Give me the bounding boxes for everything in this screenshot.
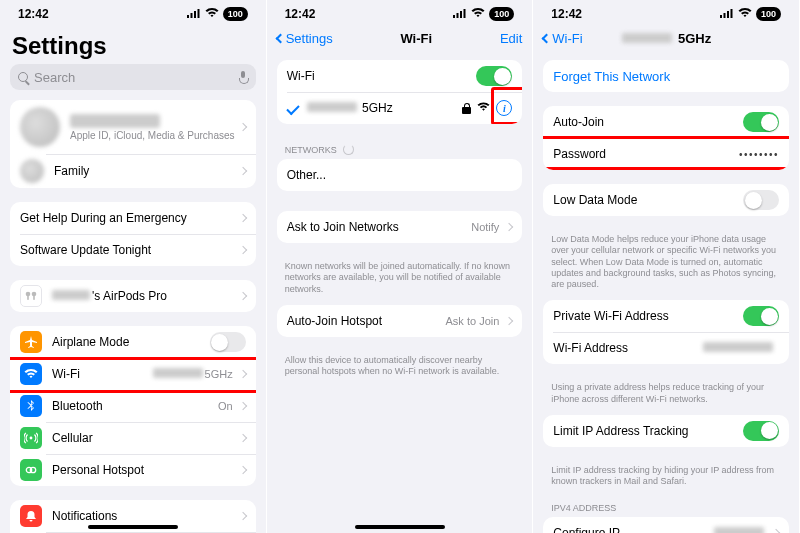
chevron-left-icon bbox=[542, 33, 552, 43]
ipv4-header: IPV4 ADDRESS bbox=[533, 497, 799, 517]
svg-rect-15 bbox=[720, 15, 722, 18]
svg-rect-13 bbox=[460, 11, 462, 18]
wifi-toggle-label: Wi-Fi bbox=[287, 69, 477, 83]
airpods-row[interactable]: 's AirPods Pro bbox=[10, 280, 256, 312]
limit-tracking-label: Limit IP Address Tracking bbox=[553, 424, 743, 438]
family-row[interactable]: Family bbox=[10, 154, 256, 188]
hotspot-icon bbox=[20, 459, 42, 481]
connected-network-row[interactable]: 5GHz i bbox=[277, 92, 523, 124]
wifi-address-label: Wi-Fi Address bbox=[553, 341, 703, 355]
wifi-strength-icon bbox=[477, 101, 490, 115]
cellular-icon bbox=[20, 427, 42, 449]
apple-id-sub: Apple ID, iCloud, Media & Purchases bbox=[70, 130, 237, 141]
emergency-help-row[interactable]: Get Help During an Emergency bbox=[10, 202, 256, 234]
svg-rect-2 bbox=[194, 11, 196, 18]
airplane-toggle[interactable] bbox=[210, 332, 246, 352]
airpods-label: 's AirPods Pro bbox=[52, 289, 237, 303]
checkmark-icon bbox=[286, 101, 299, 114]
configure-ip-row[interactable]: Configure IP bbox=[543, 517, 789, 533]
status-bar: 12:42 100 bbox=[267, 0, 533, 24]
svg-rect-16 bbox=[723, 13, 725, 18]
spinner-icon bbox=[343, 144, 354, 155]
forget-network-row[interactable]: Forget This Network bbox=[543, 60, 789, 92]
software-update-label: Software Update Tonight bbox=[20, 243, 237, 257]
search-input[interactable]: Search bbox=[10, 64, 256, 90]
software-update-row[interactable]: Software Update Tonight bbox=[10, 234, 256, 266]
cellular-signal-icon bbox=[453, 7, 467, 21]
airplane-icon bbox=[20, 331, 42, 353]
wifi-address-row[interactable]: Wi-Fi Address bbox=[543, 332, 789, 364]
svg-rect-5 bbox=[27, 295, 29, 300]
private-address-footer: Using a private address helps reduce tra… bbox=[533, 378, 799, 415]
screen-wifi-detail: 12:42 100 Wi-Fi 5GHz Forget This Network bbox=[533, 0, 800, 533]
bluetooth-row[interactable]: Bluetooth On bbox=[10, 390, 256, 422]
other-network-row[interactable]: Other... bbox=[277, 159, 523, 191]
auto-join-label: Auto-Join bbox=[553, 115, 743, 129]
emergency-help-label: Get Help During an Emergency bbox=[20, 211, 237, 225]
ask-footer: Known networks will be joined automatica… bbox=[267, 257, 533, 305]
battery-icon: 100 bbox=[489, 7, 514, 21]
home-indicator[interactable] bbox=[355, 525, 445, 529]
svg-rect-0 bbox=[187, 15, 189, 18]
edit-button[interactable]: Edit bbox=[500, 31, 522, 46]
other-label: Other... bbox=[287, 168, 513, 182]
bluetooth-label: Bluetooth bbox=[52, 399, 218, 413]
auto-join-hotspot-value: Ask to Join bbox=[446, 315, 500, 327]
limit-tracking-toggle[interactable] bbox=[743, 421, 779, 441]
auto-join-row[interactable]: Auto-Join bbox=[543, 106, 789, 138]
chevron-left-icon bbox=[275, 33, 285, 43]
private-address-row[interactable]: Private Wi-Fi Address bbox=[543, 300, 789, 332]
svg-rect-14 bbox=[464, 9, 466, 18]
airpods-icon bbox=[20, 285, 42, 307]
private-address-label: Private Wi-Fi Address bbox=[553, 309, 743, 323]
low-data-label: Low Data Mode bbox=[553, 193, 743, 207]
hotspot-row[interactable]: Personal Hotspot bbox=[10, 454, 256, 486]
ask-to-join-row[interactable]: Ask to Join Networks Notify bbox=[277, 211, 523, 243]
connected-network-name: 5GHz bbox=[307, 101, 463, 115]
lock-icon bbox=[462, 103, 471, 114]
mic-icon[interactable] bbox=[239, 71, 248, 84]
back-button[interactable]: Wi-Fi bbox=[543, 31, 582, 46]
wifi-toggle-row[interactable]: Wi-Fi bbox=[277, 60, 523, 92]
nav-bar: Wi-Fi 5GHz bbox=[533, 24, 799, 52]
home-indicator[interactable] bbox=[88, 525, 178, 529]
auto-join-hotspot-row[interactable]: Auto-Join Hotspot Ask to Join bbox=[277, 305, 523, 337]
status-bar: 12:42 100 bbox=[533, 0, 799, 24]
chevron-right-icon bbox=[238, 123, 246, 131]
wifi-value: 5GHz bbox=[153, 368, 233, 380]
configure-ip-value bbox=[714, 527, 766, 533]
chevron-right-icon bbox=[772, 529, 780, 533]
cellular-label: Cellular bbox=[52, 431, 237, 445]
svg-rect-17 bbox=[727, 11, 729, 18]
wifi-icon bbox=[20, 363, 42, 385]
wifi-signal-icon bbox=[205, 7, 219, 21]
password-value: •••••••• bbox=[739, 149, 779, 160]
apple-id-row[interactable]: Apple ID, iCloud, Media & Purchases bbox=[10, 100, 256, 154]
wifi-toggle[interactable] bbox=[476, 66, 512, 86]
password-row[interactable]: Password •••••••• bbox=[543, 138, 789, 170]
chevron-right-icon bbox=[238, 214, 246, 222]
airplane-mode-row[interactable]: Airplane Mode bbox=[10, 326, 256, 358]
back-label: Settings bbox=[286, 31, 333, 46]
chevron-right-icon bbox=[505, 317, 513, 325]
bluetooth-icon bbox=[20, 395, 42, 417]
wifi-signal-icon bbox=[471, 7, 485, 21]
airplane-label: Airplane Mode bbox=[52, 335, 210, 349]
cellular-row[interactable]: Cellular bbox=[10, 422, 256, 454]
chevron-right-icon bbox=[238, 466, 246, 474]
low-data-row[interactable]: Low Data Mode bbox=[543, 184, 789, 216]
notifications-icon bbox=[20, 505, 42, 527]
private-address-toggle[interactable] bbox=[743, 306, 779, 326]
low-data-toggle[interactable] bbox=[743, 190, 779, 210]
svg-rect-7 bbox=[33, 295, 35, 300]
info-icon[interactable]: i bbox=[496, 100, 512, 116]
auto-join-hotspot-label: Auto-Join Hotspot bbox=[287, 314, 446, 328]
chevron-right-icon bbox=[238, 512, 246, 520]
wifi-row[interactable]: Wi-Fi 5GHz bbox=[10, 358, 256, 390]
chevron-right-icon bbox=[505, 223, 513, 231]
limit-tracking-row[interactable]: Limit IP Address Tracking bbox=[543, 415, 789, 447]
back-button[interactable]: Settings bbox=[277, 31, 333, 46]
auto-join-toggle[interactable] bbox=[743, 112, 779, 132]
search-icon bbox=[18, 72, 28, 82]
wifi-label: Wi-Fi bbox=[52, 367, 153, 381]
